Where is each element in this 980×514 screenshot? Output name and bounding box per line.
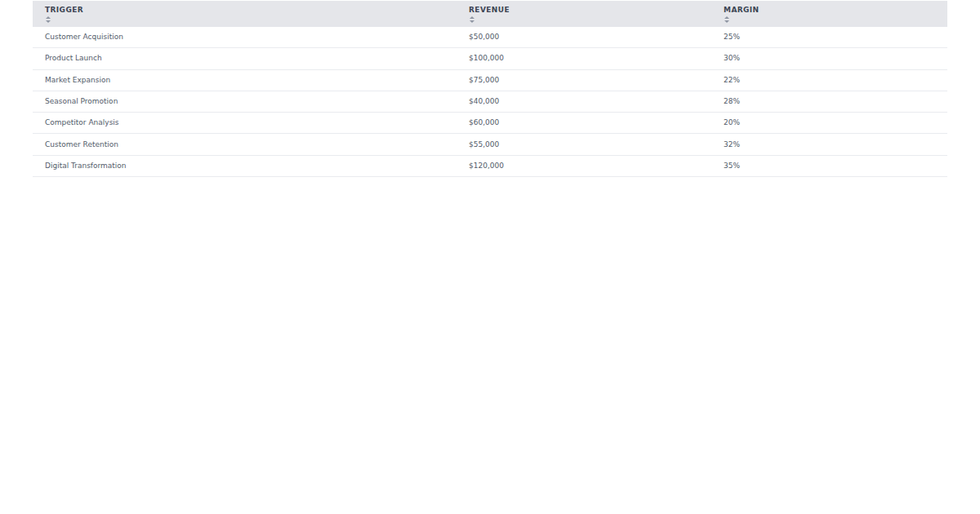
cell-revenue: $100,000	[457, 54, 711, 63]
column-header-margin[interactable]: MARGIN	[711, 1, 947, 27]
cell-trigger: Seasonal Promotion	[33, 97, 457, 106]
cell-margin: 28%	[711, 97, 947, 106]
cell-revenue: $50,000	[457, 33, 711, 42]
cell-trigger: Customer Retention	[33, 140, 457, 149]
column-header-margin-label: MARGIN	[724, 6, 947, 14]
column-header-trigger-label: TRIGGER	[45, 6, 457, 14]
cell-revenue: $55,000	[457, 140, 711, 149]
cell-trigger: Digital Transformation	[33, 162, 457, 171]
cell-margin: 32%	[711, 140, 947, 149]
cell-margin: 35%	[711, 162, 947, 171]
cell-revenue: $75,000	[457, 76, 711, 85]
table-row: Digital Transformation$120,00035%	[33, 156, 947, 177]
cell-margin: 22%	[711, 76, 947, 85]
data-table: TRIGGER REVENUE MARGIN Customer Acquisit…	[33, 1, 947, 177]
cell-trigger: Market Expansion	[33, 76, 457, 85]
cell-margin: 20%	[711, 118, 947, 127]
cell-margin: 30%	[711, 54, 947, 63]
cell-revenue: $120,000	[457, 162, 711, 171]
table-row: Customer Retention$55,00032%	[33, 134, 947, 155]
cell-margin: 25%	[711, 33, 947, 42]
column-header-revenue-label: REVENUE	[469, 6, 711, 14]
cell-revenue: $40,000	[457, 97, 711, 106]
column-header-revenue[interactable]: REVENUE	[457, 1, 711, 27]
cell-revenue: $60,000	[457, 118, 711, 127]
table-header-row: TRIGGER REVENUE MARGIN	[33, 1, 947, 27]
table-row: Product Launch$100,00030%	[33, 48, 947, 69]
cell-trigger: Competitor Analysis	[33, 118, 457, 127]
table-row: Market Expansion$75,00022%	[33, 70, 947, 91]
table-row: Seasonal Promotion$40,00028%	[33, 91, 947, 113]
sort-arrows-icon[interactable]	[469, 16, 474, 23]
table-row: Customer Acquisition$50,00025%	[33, 27, 947, 48]
sort-arrows-icon[interactable]	[724, 16, 729, 23]
cell-trigger: Customer Acquisition	[33, 33, 457, 42]
table-row: Competitor Analysis$60,00020%	[33, 113, 947, 134]
sort-arrows-icon[interactable]	[45, 16, 51, 23]
column-header-trigger[interactable]: TRIGGER	[33, 1, 457, 27]
cell-trigger: Product Launch	[33, 54, 457, 63]
table-body: Customer Acquisition$50,00025%Product La…	[33, 27, 947, 177]
